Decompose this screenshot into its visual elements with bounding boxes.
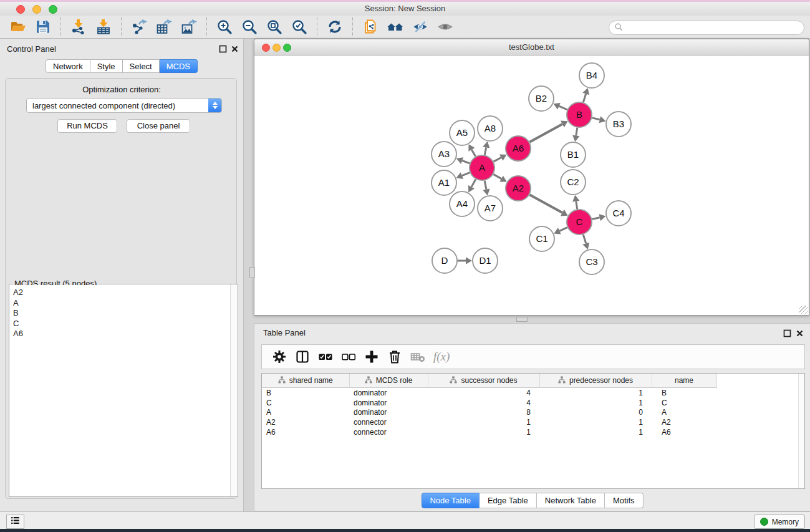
open-folder-icon[interactable] <box>10 19 26 35</box>
table-cell[interactable]: A6 <box>652 427 716 437</box>
mcds-result-item[interactable]: A2 <box>13 288 231 298</box>
column-header-shared-name[interactable]: shared name <box>262 374 349 388</box>
search-box[interactable] <box>609 21 804 35</box>
split-columns-icon[interactable] <box>295 349 310 364</box>
table-row[interactable]: A2connector11A2 <box>262 417 716 427</box>
result-scrollbar[interactable] <box>230 284 238 496</box>
splitter-handle-horizontal[interactable] <box>516 317 528 322</box>
table-scrollbar[interactable] <box>798 374 804 488</box>
mcds-result-item[interactable]: C <box>13 319 231 329</box>
table-row[interactable]: Bdominator41B <box>262 388 716 398</box>
unselect-all-columns-icon[interactable] <box>341 349 356 364</box>
table-cell[interactable]: 8 <box>428 407 539 417</box>
show-icon[interactable] <box>437 19 453 35</box>
table-row[interactable]: A6connector11A6 <box>262 427 716 437</box>
table-cell[interactable]: 1 <box>428 427 539 437</box>
graph-edge-C-C4[interactable] <box>592 218 599 220</box>
table-cell[interactable]: connector <box>349 417 428 427</box>
zoom-in-icon[interactable] <box>216 19 233 35</box>
table-row[interactable]: Cdominator41C <box>262 398 716 408</box>
table-cell[interactable]: A2 <box>262 417 349 427</box>
zoom-selected-icon[interactable] <box>291 19 307 35</box>
table-tab-motifs[interactable]: Motifs <box>605 493 644 508</box>
table-cell[interactable]: dominator <box>349 398 428 408</box>
search-input[interactable] <box>626 23 799 33</box>
graph-edge-A-A4[interactable] <box>471 179 476 186</box>
table-cell[interactable]: 4 <box>428 388 539 398</box>
refresh-icon[interactable] <box>327 19 343 35</box>
table-cell[interactable]: A2 <box>652 417 716 427</box>
run-mcds-button[interactable]: Run MCDS <box>57 119 117 133</box>
mcds-result-item[interactable]: B <box>13 308 231 319</box>
close-panel-icon[interactable] <box>231 45 239 53</box>
table-cell[interactable]: 1 <box>539 388 652 398</box>
graph-edge-C-C3[interactable] <box>583 235 586 243</box>
table-tab-edge-table[interactable]: Edge Table <box>480 493 537 508</box>
close-table-panel-icon[interactable] <box>796 329 804 337</box>
home-icon[interactable] <box>387 19 403 35</box>
table-cell[interactable]: dominator <box>349 407 428 417</box>
delete-table-icon[interactable] <box>410 349 425 364</box>
table-cell[interactable]: 1 <box>428 417 539 427</box>
task-history-button[interactable] <box>6 515 24 529</box>
close-panel-button[interactable]: Close panel <box>127 119 190 133</box>
export-table-icon[interactable] <box>156 19 172 35</box>
column-header-MCDS-role[interactable]: MCDS role <box>349 374 428 388</box>
tab-mcds[interactable]: MCDS <box>160 59 198 73</box>
table-cell[interactable]: connector <box>349 427 428 437</box>
zoom-out-icon[interactable] <box>241 19 258 35</box>
table-row[interactable]: Adominator80A <box>262 407 716 417</box>
table-cell[interactable]: A <box>262 407 349 417</box>
graph-edge-A-A3[interactable] <box>462 161 470 163</box>
column-header-successor-nodes[interactable]: successor nodes <box>428 374 539 388</box>
export-network-icon[interactable] <box>131 19 147 35</box>
column-header-predecessor-nodes[interactable]: predecessor nodes <box>539 374 652 388</box>
tab-style[interactable]: Style <box>90 59 123 73</box>
window-resize-grip[interactable] <box>799 306 808 314</box>
float-table-panel-icon[interactable] <box>783 329 791 337</box>
table-cell[interactable]: C <box>652 398 716 408</box>
import-network-icon[interactable] <box>70 19 87 35</box>
table-cell[interactable]: 1 <box>539 427 652 437</box>
graph-edge-A-A6[interactable] <box>494 158 501 162</box>
table-cell[interactable]: 4 <box>428 398 539 408</box>
table-tab-node-table[interactable]: Node Table <box>421 493 480 508</box>
graph-edge-B-B3[interactable] <box>592 118 599 120</box>
table-cell[interactable]: B <box>652 388 716 398</box>
delete-column-icon[interactable] <box>387 349 402 364</box>
graph-edge-A-A5[interactable] <box>471 150 475 157</box>
table-cell[interactable]: dominator <box>349 388 428 398</box>
export-image-icon[interactable] <box>181 19 197 35</box>
table-cell[interactable]: B <box>262 388 349 398</box>
mcds-result-item[interactable]: A <box>13 298 231 309</box>
hide-icon[interactable] <box>412 19 428 35</box>
graph-edge-B-B2[interactable] <box>559 106 567 110</box>
clone-network-icon[interactable] <box>362 19 378 35</box>
save-icon[interactable] <box>35 19 51 35</box>
memory-button[interactable]: Memory <box>754 515 805 529</box>
splitter-handle-vertical[interactable] <box>249 267 255 278</box>
graph-edge-A-A1[interactable] <box>462 173 470 176</box>
add-column-icon[interactable] <box>364 349 379 364</box>
table-cell[interactable]: A6 <box>262 427 349 437</box>
table-cell[interactable]: C <box>262 398 349 408</box>
network-canvas[interactable]: B4B2BB3A5A8A6B1A3AA1C2A4A7A2C4CC1C3DD1 <box>254 56 809 315</box>
graph-edge-B-B4[interactable] <box>583 94 586 102</box>
network-window-titlebar[interactable]: testGlobe.txt <box>254 39 809 56</box>
float-panel-icon[interactable] <box>219 45 227 53</box>
table-cell[interactable]: 1 <box>539 417 652 427</box>
graph-edge-B-B1[interactable] <box>576 128 577 136</box>
table-cell[interactable]: 1 <box>539 398 652 408</box>
graph-edge-A-A2[interactable] <box>493 174 501 178</box>
tab-select[interactable]: Select <box>123 59 160 73</box>
table-cell[interactable]: A <box>652 407 716 417</box>
import-table-icon[interactable] <box>95 19 112 35</box>
criterion-dropdown[interactable]: largest connected component (directed) <box>26 98 222 113</box>
column-header-name[interactable]: name <box>652 374 716 388</box>
graph-edge-C-C1[interactable] <box>559 228 567 231</box>
table-cell[interactable]: 0 <box>539 407 652 417</box>
graph-edge-A-A8[interactable] <box>485 147 486 155</box>
select-all-columns-icon[interactable] <box>318 349 333 364</box>
table-tab-network-table[interactable]: Network Table <box>537 493 605 508</box>
zoom-fit-icon[interactable] <box>266 19 282 35</box>
